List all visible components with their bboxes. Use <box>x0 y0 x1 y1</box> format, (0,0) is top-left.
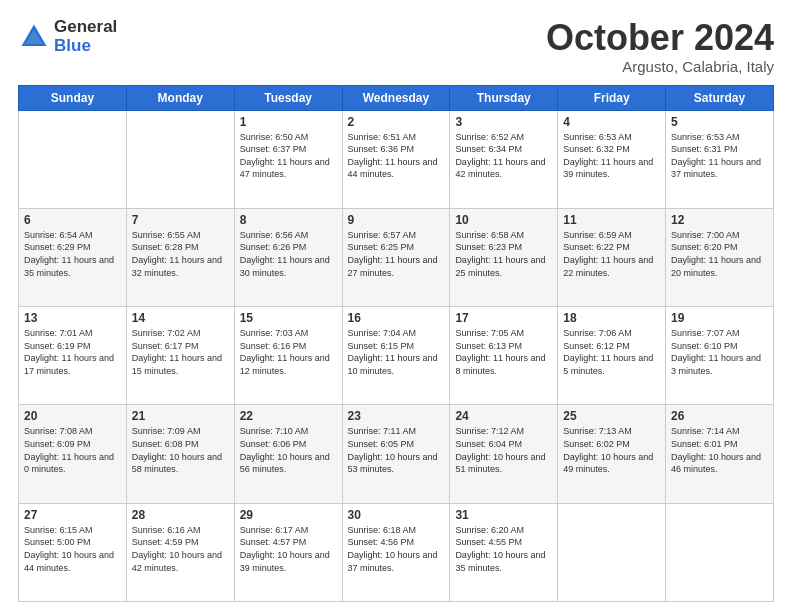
table-cell: 10 Sunrise: 6:58 AMSunset: 6:23 PMDaylig… <box>450 208 558 306</box>
day-info: Sunrise: 7:00 AMSunset: 6:20 PMDaylight:… <box>671 230 761 278</box>
table-cell: 8 Sunrise: 6:56 AMSunset: 6:26 PMDayligh… <box>234 208 342 306</box>
day-number: 11 <box>563 213 660 227</box>
day-number: 30 <box>348 508 445 522</box>
logo: General Blue <box>18 18 117 55</box>
day-info: Sunrise: 6:57 AMSunset: 6:25 PMDaylight:… <box>348 230 438 278</box>
day-info: Sunrise: 7:07 AMSunset: 6:10 PMDaylight:… <box>671 328 761 376</box>
table-cell: 4 Sunrise: 6:53 AMSunset: 6:32 PMDayligh… <box>558 110 666 208</box>
day-number: 22 <box>240 409 337 423</box>
day-info: Sunrise: 6:15 AMSunset: 5:00 PMDaylight:… <box>24 525 114 573</box>
col-thursday: Thursday <box>450 85 558 110</box>
day-number: 8 <box>240 213 337 227</box>
col-monday: Monday <box>126 85 234 110</box>
day-number: 29 <box>240 508 337 522</box>
calendar-header-row: Sunday Monday Tuesday Wednesday Thursday… <box>19 85 774 110</box>
day-number: 19 <box>671 311 768 325</box>
day-info: Sunrise: 6:51 AMSunset: 6:36 PMDaylight:… <box>348 132 438 180</box>
day-info: Sunrise: 7:10 AMSunset: 6:06 PMDaylight:… <box>240 426 330 474</box>
day-number: 7 <box>132 213 229 227</box>
day-number: 20 <box>24 409 121 423</box>
day-info: Sunrise: 7:02 AMSunset: 6:17 PMDaylight:… <box>132 328 222 376</box>
table-cell: 12 Sunrise: 7:00 AMSunset: 6:20 PMDaylig… <box>666 208 774 306</box>
table-cell: 11 Sunrise: 6:59 AMSunset: 6:22 PMDaylig… <box>558 208 666 306</box>
day-number: 17 <box>455 311 552 325</box>
table-cell: 1 Sunrise: 6:50 AMSunset: 6:37 PMDayligh… <box>234 110 342 208</box>
location: Argusto, Calabria, Italy <box>546 58 774 75</box>
table-cell: 14 Sunrise: 7:02 AMSunset: 6:17 PMDaylig… <box>126 307 234 405</box>
day-info: Sunrise: 7:01 AMSunset: 6:19 PMDaylight:… <box>24 328 114 376</box>
day-info: Sunrise: 7:06 AMSunset: 6:12 PMDaylight:… <box>563 328 653 376</box>
table-cell <box>19 110 127 208</box>
day-info: Sunrise: 7:12 AMSunset: 6:04 PMDaylight:… <box>455 426 545 474</box>
table-cell: 26 Sunrise: 7:14 AMSunset: 6:01 PMDaylig… <box>666 405 774 503</box>
table-cell <box>126 110 234 208</box>
table-cell: 17 Sunrise: 7:05 AMSunset: 6:13 PMDaylig… <box>450 307 558 405</box>
day-number: 1 <box>240 115 337 129</box>
table-cell: 16 Sunrise: 7:04 AMSunset: 6:15 PMDaylig… <box>342 307 450 405</box>
table-cell: 7 Sunrise: 6:55 AMSunset: 6:28 PMDayligh… <box>126 208 234 306</box>
table-cell: 20 Sunrise: 7:08 AMSunset: 6:09 PMDaylig… <box>19 405 127 503</box>
table-cell: 15 Sunrise: 7:03 AMSunset: 6:16 PMDaylig… <box>234 307 342 405</box>
logo-text: General Blue <box>54 18 117 55</box>
day-info: Sunrise: 6:16 AMSunset: 4:59 PMDaylight:… <box>132 525 222 573</box>
day-number: 18 <box>563 311 660 325</box>
col-saturday: Saturday <box>666 85 774 110</box>
table-cell: 19 Sunrise: 7:07 AMSunset: 6:10 PMDaylig… <box>666 307 774 405</box>
table-cell: 5 Sunrise: 6:53 AMSunset: 6:31 PMDayligh… <box>666 110 774 208</box>
table-cell: 28 Sunrise: 6:16 AMSunset: 4:59 PMDaylig… <box>126 503 234 601</box>
day-info: Sunrise: 6:58 AMSunset: 6:23 PMDaylight:… <box>455 230 545 278</box>
day-number: 13 <box>24 311 121 325</box>
table-cell: 2 Sunrise: 6:51 AMSunset: 6:36 PMDayligh… <box>342 110 450 208</box>
day-info: Sunrise: 7:14 AMSunset: 6:01 PMDaylight:… <box>671 426 761 474</box>
day-info: Sunrise: 6:55 AMSunset: 6:28 PMDaylight:… <box>132 230 222 278</box>
table-cell: 25 Sunrise: 7:13 AMSunset: 6:02 PMDaylig… <box>558 405 666 503</box>
day-number: 6 <box>24 213 121 227</box>
table-cell: 23 Sunrise: 7:11 AMSunset: 6:05 PMDaylig… <box>342 405 450 503</box>
col-wednesday: Wednesday <box>342 85 450 110</box>
day-info: Sunrise: 7:08 AMSunset: 6:09 PMDaylight:… <box>24 426 114 474</box>
logo-icon <box>18 21 50 53</box>
day-info: Sunrise: 6:53 AMSunset: 6:32 PMDaylight:… <box>563 132 653 180</box>
col-friday: Friday <box>558 85 666 110</box>
table-cell <box>558 503 666 601</box>
day-number: 14 <box>132 311 229 325</box>
day-number: 21 <box>132 409 229 423</box>
table-cell: 18 Sunrise: 7:06 AMSunset: 6:12 PMDaylig… <box>558 307 666 405</box>
day-info: Sunrise: 6:20 AMSunset: 4:55 PMDaylight:… <box>455 525 545 573</box>
day-info: Sunrise: 7:11 AMSunset: 6:05 PMDaylight:… <box>348 426 438 474</box>
month-title: October 2024 <box>546 18 774 58</box>
col-sunday: Sunday <box>19 85 127 110</box>
day-info: Sunrise: 6:56 AMSunset: 6:26 PMDaylight:… <box>240 230 330 278</box>
table-cell <box>666 503 774 601</box>
table-cell: 9 Sunrise: 6:57 AMSunset: 6:25 PMDayligh… <box>342 208 450 306</box>
day-number: 23 <box>348 409 445 423</box>
day-info: Sunrise: 7:13 AMSunset: 6:02 PMDaylight:… <box>563 426 653 474</box>
day-number: 15 <box>240 311 337 325</box>
table-cell: 31 Sunrise: 6:20 AMSunset: 4:55 PMDaylig… <box>450 503 558 601</box>
day-info: Sunrise: 7:05 AMSunset: 6:13 PMDaylight:… <box>455 328 545 376</box>
table-cell: 22 Sunrise: 7:10 AMSunset: 6:06 PMDaylig… <box>234 405 342 503</box>
page: General Blue October 2024 Argusto, Calab… <box>0 0 792 612</box>
day-number: 27 <box>24 508 121 522</box>
col-tuesday: Tuesday <box>234 85 342 110</box>
day-info: Sunrise: 6:50 AMSunset: 6:37 PMDaylight:… <box>240 132 330 180</box>
day-info: Sunrise: 6:53 AMSunset: 6:31 PMDaylight:… <box>671 132 761 180</box>
day-number: 16 <box>348 311 445 325</box>
day-number: 25 <box>563 409 660 423</box>
day-info: Sunrise: 7:03 AMSunset: 6:16 PMDaylight:… <box>240 328 330 376</box>
day-info: Sunrise: 6:54 AMSunset: 6:29 PMDaylight:… <box>24 230 114 278</box>
day-info: Sunrise: 6:52 AMSunset: 6:34 PMDaylight:… <box>455 132 545 180</box>
title-block: October 2024 Argusto, Calabria, Italy <box>546 18 774 75</box>
table-cell: 29 Sunrise: 6:17 AMSunset: 4:57 PMDaylig… <box>234 503 342 601</box>
day-info: Sunrise: 6:59 AMSunset: 6:22 PMDaylight:… <box>563 230 653 278</box>
day-number: 24 <box>455 409 552 423</box>
day-info: Sunrise: 7:09 AMSunset: 6:08 PMDaylight:… <box>132 426 222 474</box>
day-info: Sunrise: 7:04 AMSunset: 6:15 PMDaylight:… <box>348 328 438 376</box>
table-cell: 24 Sunrise: 7:12 AMSunset: 6:04 PMDaylig… <box>450 405 558 503</box>
day-number: 28 <box>132 508 229 522</box>
day-number: 9 <box>348 213 445 227</box>
day-number: 26 <box>671 409 768 423</box>
day-number: 5 <box>671 115 768 129</box>
day-number: 2 <box>348 115 445 129</box>
table-cell: 6 Sunrise: 6:54 AMSunset: 6:29 PMDayligh… <box>19 208 127 306</box>
